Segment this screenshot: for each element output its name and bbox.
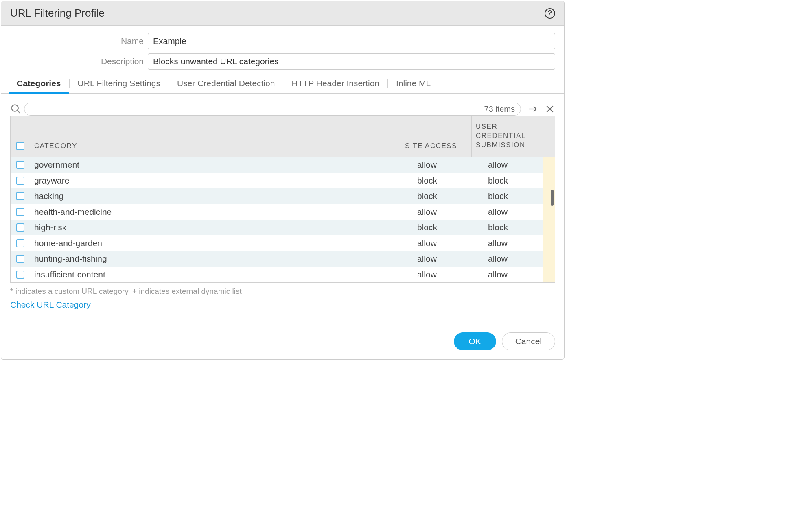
description-label: Description [10, 57, 148, 66]
description-row: Description [10, 53, 555, 70]
column-user-credential-submission[interactable]: USER CREDENTIAL SUBMISSION [472, 116, 543, 157]
table-row[interactable]: hackingblockblock [11, 188, 555, 204]
name-label: Name [10, 36, 148, 46]
row-checkbox[interactable] [16, 192, 24, 200]
select-all-checkbox[interactable] [16, 142, 24, 150]
ok-button[interactable]: OK [454, 332, 496, 350]
table-row[interactable]: high-riskblockblock [11, 220, 555, 236]
row-checkbox[interactable] [16, 271, 24, 279]
url-filtering-profile-dialog: URL Filtering Profile ? Name Description… [1, 1, 565, 360]
scrollbar-track[interactable] [543, 157, 555, 282]
close-icon[interactable] [545, 104, 555, 114]
category-cell: government [30, 157, 413, 173]
site-access-cell[interactable]: allow [413, 267, 484, 282]
site-access-cell[interactable]: allow [413, 251, 484, 267]
site-access-cell[interactable]: allow [413, 157, 484, 173]
help-icon[interactable]: ? [545, 8, 555, 19]
cancel-button[interactable]: Cancel [502, 332, 555, 350]
row-check-cell [11, 188, 30, 204]
row-check-cell [11, 173, 30, 188]
tab-http-header-insertion[interactable]: HTTP Header Insertion [283, 74, 387, 93]
tab-bar: Categories URL Filtering Settings User C… [1, 74, 564, 94]
row-checkbox[interactable] [16, 239, 24, 247]
grid-toolbar: 73 items [10, 99, 555, 116]
category-cell: high-risk [30, 220, 413, 236]
site-access-cell[interactable]: block [413, 188, 484, 204]
name-row: Name [10, 33, 555, 49]
site-access-cell[interactable]: block [413, 220, 484, 236]
table-row[interactable]: hunting-and-fishingallowallow [11, 251, 555, 267]
row-checkbox[interactable] [16, 208, 24, 216]
category-cell: health-and-medicine [30, 204, 413, 220]
tab-user-credential-detection[interactable]: User Credential Detection [169, 74, 283, 93]
footnote: * indicates a custom URL category, + ind… [1, 283, 564, 297]
table-row[interactable]: graywareblockblock [11, 173, 555, 188]
description-input[interactable] [148, 53, 555, 70]
search-wrap: 73 items [24, 103, 521, 116]
scroll-gutter-header [543, 116, 555, 157]
category-cell: hunting-and-fishing [30, 251, 413, 267]
category-cell: hacking [30, 188, 413, 204]
row-checkbox[interactable] [16, 223, 24, 232]
svg-point-0 [12, 105, 18, 111]
site-access-cell[interactable]: allow [413, 204, 484, 220]
category-cell: home-and-garden [30, 235, 413, 251]
category-cell: insufficient-content [30, 267, 413, 282]
category-cell: grayware [30, 173, 413, 188]
search-input[interactable] [30, 105, 481, 114]
row-checkbox[interactable] [16, 177, 24, 185]
categories-grid: CATEGORY SITE ACCESS USER CREDENTIAL SUB… [10, 116, 555, 283]
tab-inline-ml[interactable]: Inline ML [388, 74, 439, 93]
table-row[interactable]: health-and-medicineallowallow [11, 204, 555, 220]
svg-line-1 [18, 111, 20, 114]
row-check-cell [11, 267, 30, 282]
scrollbar-thumb[interactable] [551, 190, 554, 206]
site-access-cell[interactable]: block [413, 173, 484, 188]
tab-url-filtering-settings[interactable]: URL Filtering Settings [70, 74, 169, 93]
grid-body: governmentallowallowgraywareblockblockha… [11, 157, 555, 282]
row-checkbox[interactable] [16, 161, 24, 169]
row-check-cell [11, 251, 30, 267]
select-all-cell [11, 116, 30, 157]
dialog-header: URL Filtering Profile ? [1, 1, 564, 26]
check-url-category-link[interactable]: Check URL Category [1, 297, 564, 312]
search-icon [10, 103, 22, 115]
table-row[interactable]: governmentallowallow [11, 157, 555, 173]
arrow-right-icon[interactable] [527, 104, 538, 114]
row-check-cell [11, 235, 30, 251]
table-row[interactable]: home-and-gardenallowallow [11, 235, 555, 251]
column-site-access[interactable]: SITE ACCESS [401, 116, 472, 157]
grid-header: CATEGORY SITE ACCESS USER CREDENTIAL SUB… [11, 116, 555, 157]
row-check-cell [11, 157, 30, 173]
row-checkbox[interactable] [16, 255, 24, 263]
row-check-cell [11, 204, 30, 220]
item-count: 73 items [484, 105, 515, 114]
form-section: Name Description [1, 26, 564, 70]
column-category[interactable]: CATEGORY [30, 116, 401, 157]
row-check-cell [11, 220, 30, 236]
dialog-footer: OK Cancel [1, 312, 564, 359]
dialog-title: URL Filtering Profile [10, 7, 105, 20]
tab-categories[interactable]: Categories [9, 74, 69, 93]
site-access-cell[interactable]: allow [413, 235, 484, 251]
name-input[interactable] [148, 33, 555, 49]
table-row[interactable]: insufficient-contentallowallow [11, 267, 555, 282]
